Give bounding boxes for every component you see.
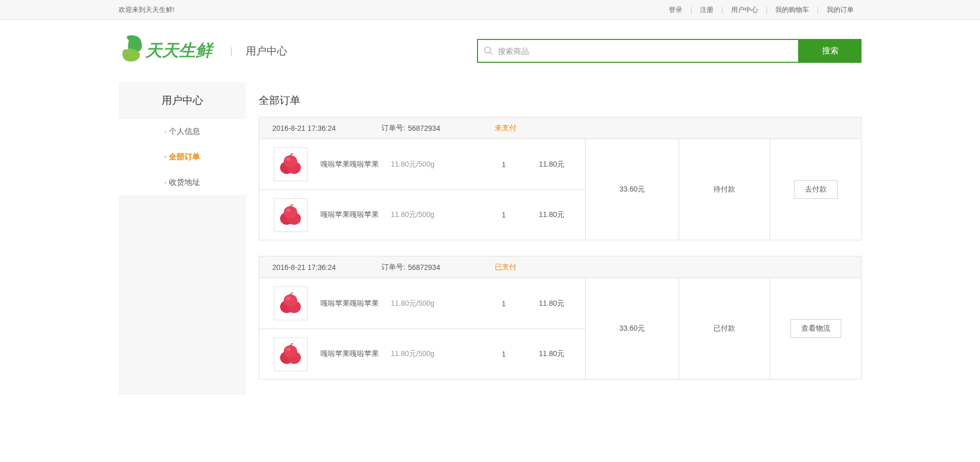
header-divider: | — [230, 46, 233, 57]
welcome-text: 欢迎来到天天生鲜! — [118, 5, 175, 15]
order-item: 嘎啦苹果嘎啦苹果 11.80元/500g 1 11.80元 — [259, 278, 585, 329]
order-action: 查看物流 — [770, 278, 861, 379]
product-qty: 1 — [484, 350, 523, 358]
svg-text:天天生鲜: 天天生鲜 — [144, 41, 215, 60]
product-name: 嘎啦苹果嘎啦苹果 — [321, 349, 391, 359]
order-state: 已付款 — [679, 278, 770, 379]
order-action-button[interactable]: 去付款 — [794, 180, 838, 199]
order-sum: 33.60元 — [586, 278, 679, 379]
order-action: 去付款 — [770, 139, 861, 240]
search-icon — [483, 46, 494, 56]
product-image — [274, 198, 308, 232]
sidebar-title: 用户中心 — [118, 82, 246, 119]
product-unit-price: 11.80元/500g — [391, 349, 484, 359]
order-header: 2016-8-21 17:36:24 订单号: 56872934 未支付 — [259, 117, 861, 139]
product-line-total: 11.80元 — [523, 299, 575, 308]
product-image — [274, 337, 308, 371]
order-no-label: 订单号: — [381, 124, 405, 133]
product-image — [274, 287, 308, 320]
login-link[interactable]: 登录 — [661, 5, 690, 15]
order-header: 2016-8-21 17:36:24 订单号: 56872934 已支付 — [259, 256, 861, 278]
svg-point-1 — [485, 47, 491, 53]
sidebar: 用户中心 · 个人信息 · 全部订单 · 收货地址 — [118, 82, 246, 395]
sidebar-item-profile[interactable]: · 个人信息 — [118, 119, 246, 144]
order-item: 嘎啦苹果嘎啦苹果 11.80元/500g 1 11.80元 — [259, 329, 585, 379]
logo[interactable]: 天天生鲜 — [118, 33, 217, 69]
product-qty: 1 — [484, 160, 523, 169]
product-unit-price: 11.80元/500g — [391, 210, 484, 220]
page-title: 用户中心 — [246, 44, 287, 58]
product-line-total: 11.80元 — [523, 160, 575, 169]
product-unit-price: 11.80元/500g — [391, 299, 484, 308]
product-name: 嘎啦苹果嘎啦苹果 — [321, 210, 391, 220]
sidebar-item-address[interactable]: · 收货地址 — [118, 170, 246, 195]
order-items: 嘎啦苹果嘎啦苹果 11.80元/500g 1 11.80元 嘎啦苹果嘎啦苹果 1… — [259, 139, 586, 240]
svg-point-18 — [286, 348, 290, 351]
sidebar-item-orders[interactable]: · 全部订单 — [118, 144, 246, 170]
search-button[interactable]: 搜索 — [799, 39, 862, 63]
product-qty: 1 — [484, 211, 523, 219]
product-name: 嘎啦苹果嘎啦苹果 — [321, 299, 391, 308]
product-line-total: 11.80元 — [523, 210, 575, 220]
order-no: 56872934 — [408, 263, 440, 271]
order-date: 2016-8-21 17:36:24 — [259, 263, 381, 271]
my-orders-link[interactable]: 我的订单 — [819, 5, 862, 15]
svg-point-14 — [286, 297, 290, 300]
order-action-button[interactable]: 查看物流 — [790, 319, 841, 338]
register-link[interactable]: 注册 — [692, 5, 721, 15]
order-item: 嘎啦苹果嘎啦苹果 11.80元/500g 1 11.80元 — [259, 189, 585, 240]
product-image — [274, 147, 308, 181]
svg-point-6 — [286, 158, 290, 161]
order-item: 嘎啦苹果嘎啦苹果 11.80元/500g 1 11.80元 — [259, 139, 585, 189]
order-block: 2016-8-21 17:36:24 订单号: 56872934 已支付 嘎啦苹… — [259, 256, 862, 379]
top-links: 登录 | 注册 | 用户中心 | 我的购物车 | 我的订单 — [661, 5, 862, 15]
product-qty: 1 — [484, 300, 523, 308]
product-unit-price: 11.80元/500g — [391, 160, 484, 169]
product-name: 嘎啦苹果嘎啦苹果 — [321, 160, 391, 169]
svg-line-2 — [490, 52, 493, 55]
svg-point-17 — [284, 345, 297, 358]
svg-point-13 — [284, 294, 297, 307]
svg-point-9 — [284, 206, 297, 219]
product-line-total: 11.80元 — [523, 349, 575, 359]
content-title: 全部订单 — [259, 82, 862, 117]
order-status: 已支付 — [495, 263, 517, 272]
order-status: 未支付 — [495, 124, 517, 133]
my-cart-link[interactable]: 我的购物车 — [767, 5, 817, 15]
order-state: 待付款 — [679, 139, 770, 240]
search-input[interactable] — [498, 40, 798, 62]
order-items: 嘎啦苹果嘎啦苹果 11.80元/500g 1 11.80元 嘎啦苹果嘎啦苹果 1… — [259, 278, 586, 379]
order-body: 嘎啦苹果嘎啦苹果 11.80元/500g 1 11.80元 嘎啦苹果嘎啦苹果 1… — [259, 278, 861, 379]
order-sum: 33.60元 — [586, 139, 679, 240]
order-block: 2016-8-21 17:36:24 订单号: 56872934 未支付 嘎啦苹… — [259, 117, 862, 240]
order-no-label: 订单号: — [381, 263, 405, 272]
user-center-link[interactable]: 用户中心 — [723, 5, 766, 15]
logo-icon: 天天生鲜 — [118, 33, 217, 69]
order-date: 2016-8-21 17:36:24 — [259, 124, 381, 132]
svg-point-10 — [286, 209, 290, 212]
svg-point-5 — [284, 155, 297, 168]
order-body: 嘎啦苹果嘎啦苹果 11.80元/500g 1 11.80元 嘎啦苹果嘎啦苹果 1… — [259, 139, 861, 240]
order-no: 56872934 — [408, 124, 440, 132]
